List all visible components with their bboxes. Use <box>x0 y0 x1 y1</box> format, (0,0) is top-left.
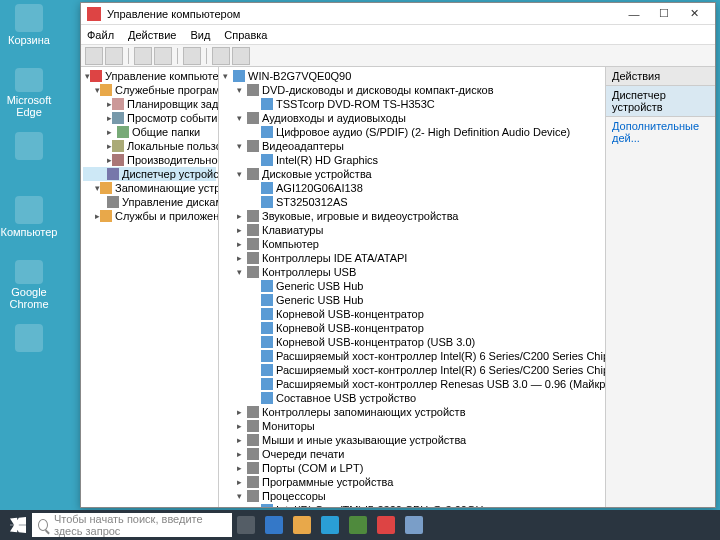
tree-device-manager[interactable]: Диспетчер устройст <box>83 167 216 181</box>
expand-arrow-icon[interactable]: ▸ <box>237 251 247 265</box>
menu-file[interactable]: Файл <box>87 29 114 41</box>
expand-arrow-icon[interactable]: ▾ <box>237 83 247 97</box>
device-category[interactable]: ▸Компьютер <box>221 237 603 251</box>
device-category[interactable]: ▸Очереди печати <box>221 447 603 461</box>
expand-arrow-icon[interactable]: ▸ <box>237 447 247 461</box>
tree-services-apps[interactable]: ▸Службы и приложения <box>83 209 216 223</box>
device-item[interactable]: Intel(R) HD Graphics <box>221 153 603 167</box>
actions-more[interactable]: Дополнительные дей... <box>606 117 715 147</box>
device-category[interactable]: ▾Видеоадаптеры <box>221 139 603 153</box>
device-item[interactable]: Generic USB Hub <box>221 293 603 307</box>
forward-button[interactable] <box>105 47 123 65</box>
desktop-icons: Корзина Microsoft Edge Компьютер Google … <box>4 4 54 388</box>
expand-arrow-icon[interactable]: ▸ <box>237 405 247 419</box>
device-category[interactable]: ▸Мыши и иные указывающие устройства <box>221 433 603 447</box>
device-item[interactable]: ST3250312AS <box>221 195 603 209</box>
tree-system-tools[interactable]: ▾Служебные программы <box>83 83 216 97</box>
device-category[interactable]: ▾Дисковые устройства <box>221 167 603 181</box>
expand-arrow-icon[interactable]: ▾ <box>237 167 247 181</box>
device-category[interactable]: ▸Программные устройства <box>221 475 603 489</box>
taskbar-app[interactable] <box>400 512 428 538</box>
device-root[interactable]: ▾WIN-B2G7VQE0Q90 <box>221 69 603 83</box>
expand-arrow-icon[interactable]: ▸ <box>237 433 247 447</box>
tree-task-scheduler[interactable]: ▸Планировщик задани <box>83 97 216 111</box>
expand-arrow-icon[interactable]: ▸ <box>237 223 247 237</box>
expand-arrow-icon[interactable]: ▸ <box>237 209 247 223</box>
device-item[interactable]: Цифровое аудио (S/PDIF) (2- High Definit… <box>221 125 603 139</box>
expand-arrow-icon[interactable]: ▸ <box>237 419 247 433</box>
desktop-icon[interactable]: Компьютер <box>4 196 54 246</box>
device-item[interactable]: Расширяемый хост-контроллер Intel(R) 6 S… <box>221 363 603 377</box>
tree-shared-folders[interactable]: ▸Общие папки <box>83 125 216 139</box>
expand-arrow-icon[interactable]: ▾ <box>237 265 247 279</box>
tree-root[interactable]: ▾Управление компьютером (л <box>83 69 216 83</box>
tree-performance[interactable]: ▸Производительност <box>83 153 216 167</box>
device-category[interactable]: ▸Мониторы <box>221 419 603 433</box>
actions-header: Действия <box>606 67 715 86</box>
maximize-button[interactable]: ☐ <box>649 5 679 23</box>
show-hide-button[interactable] <box>134 47 152 65</box>
device-item[interactable]: Составное USB устройство <box>221 391 603 405</box>
device-item[interactable]: Расширяемый хост-контроллер Renesas USB … <box>221 377 603 391</box>
device-item[interactable]: Корневой USB-концентратор <box>221 321 603 335</box>
tree-disk-management[interactable]: Управление дискам <box>83 195 216 209</box>
taskbar-app[interactable] <box>288 512 316 538</box>
desktop-icon[interactable]: Google Chrome <box>4 260 54 310</box>
expand-arrow-icon[interactable]: ▾ <box>237 111 247 125</box>
close-button[interactable]: ✕ <box>679 5 709 23</box>
console-tree[interactable]: ▾Управление компьютером (л ▾Служебные пр… <box>81 67 219 507</box>
taskbar-app[interactable] <box>260 512 288 538</box>
expand-arrow-icon[interactable]: ▾ <box>223 69 233 83</box>
device-category[interactable]: ▾DVD-дисководы и дисководы компакт-диско… <box>221 83 603 97</box>
taskbar-app[interactable] <box>372 512 400 538</box>
desktop-icon[interactable]: Microsoft Edge <box>4 68 54 118</box>
expand-arrow-icon[interactable]: ▸ <box>237 475 247 489</box>
minimize-button[interactable]: — <box>619 5 649 23</box>
start-button[interactable] <box>4 512 32 538</box>
device-category[interactable]: ▾Процессоры <box>221 489 603 503</box>
task-view-button[interactable] <box>232 512 260 538</box>
taskbar-app[interactable] <box>344 512 372 538</box>
device-category[interactable]: ▸Контроллеры IDE ATA/ATAPI <box>221 251 603 265</box>
node-label: Generic USB Hub <box>276 293 363 307</box>
node-label: Корневой USB-концентратор <box>276 307 424 321</box>
device-item[interactable]: Корневой USB-концентратор (USB 3.0) <box>221 335 603 349</box>
device-category[interactable]: ▾Аудиовходы и аудиовыходы <box>221 111 603 125</box>
device-category[interactable]: ▾Контроллеры USB <box>221 265 603 279</box>
expand-arrow-icon[interactable]: ▾ <box>237 139 247 153</box>
device-icon <box>233 70 245 82</box>
help-button[interactable] <box>183 47 201 65</box>
taskbar-app[interactable] <box>316 512 344 538</box>
desktop-icon[interactable] <box>4 132 54 182</box>
properties-button[interactable] <box>154 47 172 65</box>
device-category[interactable]: ▸Клавиатуры <box>221 223 603 237</box>
menu-action[interactable]: Действие <box>128 29 176 41</box>
tool-button[interactable] <box>232 47 250 65</box>
tree-event-viewer[interactable]: ▸Просмотр событий <box>83 111 216 125</box>
device-item[interactable]: TSSTcorp DVD-ROM TS-H353C <box>221 97 603 111</box>
app-icon <box>87 7 101 21</box>
tree-storage[interactable]: ▾Запоминающие устро <box>83 181 216 195</box>
device-category[interactable]: ▸Контроллеры запоминающих устройств <box>221 405 603 419</box>
tool-button[interactable] <box>212 47 230 65</box>
device-tree[interactable]: ▾WIN-B2G7VQE0Q90▾DVD-дисководы и дисково… <box>219 67 605 507</box>
expand-arrow-icon[interactable]: ▸ <box>237 237 247 251</box>
device-item[interactable]: Корневой USB-концентратор <box>221 307 603 321</box>
actions-section[interactable]: Диспетчер устройств <box>606 86 715 117</box>
back-button[interactable] <box>85 47 103 65</box>
device-category[interactable]: ▸Порты (COM и LPT) <box>221 461 603 475</box>
device-category[interactable]: ▸Звуковые, игровые и видеоустройства <box>221 209 603 223</box>
device-item[interactable]: Generic USB Hub <box>221 279 603 293</box>
menu-view[interactable]: Вид <box>190 29 210 41</box>
desktop-icon[interactable] <box>4 324 54 374</box>
device-item[interactable]: Расширяемый хост-контроллер Intel(R) 6 S… <box>221 349 603 363</box>
expand-arrow-icon[interactable]: ▸ <box>237 461 247 475</box>
tree-local-users[interactable]: ▸Локальные пользова <box>83 139 216 153</box>
expand-arrow-icon[interactable]: ▾ <box>237 489 247 503</box>
device-item[interactable]: AGI120G06AI138 <box>221 181 603 195</box>
desktop-icon[interactable]: Корзина <box>4 4 54 54</box>
device-item[interactable]: Intel(R) Core(TM) i5-2320 CPU @ 3.00GHz <box>221 503 603 507</box>
search-box[interactable]: Чтобы начать поиск, введите здесь запрос <box>32 513 232 537</box>
menu-help[interactable]: Справка <box>224 29 267 41</box>
titlebar[interactable]: Управление компьютером — ☐ ✕ <box>81 3 715 25</box>
